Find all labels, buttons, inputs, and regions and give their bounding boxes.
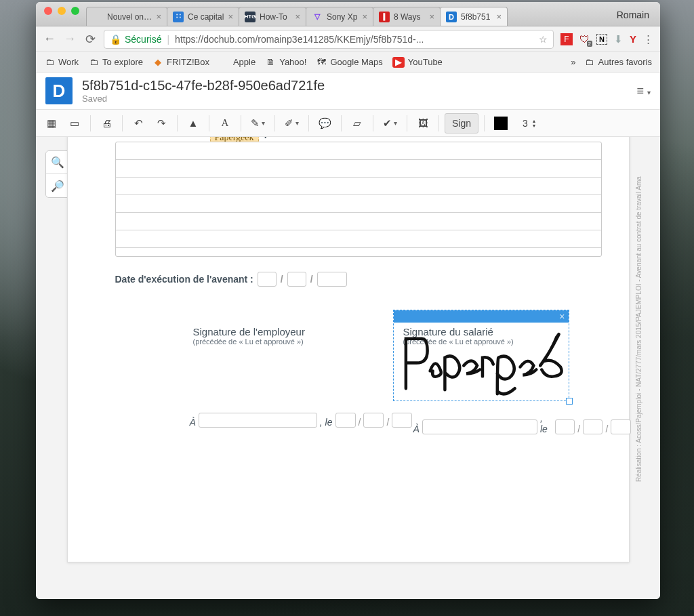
maximize-window-button[interactable] — [71, 7, 79, 15]
bookmark-apple[interactable]: Apple — [219, 57, 256, 68]
m-field[interactable] — [583, 419, 603, 434]
app-menu-button[interactable]: ≡ ▾ — [636, 84, 651, 98]
close-tab-icon[interactable]: × — [429, 12, 434, 22]
free-text-area[interactable] — [115, 142, 602, 257]
blank-tab-icon — [92, 12, 103, 22]
tab-dochub[interactable]: D 5f8b751 × — [440, 7, 508, 26]
draw-tool[interactable]: ✎ ▾ — [247, 113, 269, 134]
close-window-button[interactable] — [44, 7, 52, 15]
pdf-page[interactable]: Réalisation : Acoss/Pajemploi - NAT/2777… — [67, 137, 630, 562]
m-field[interactable] — [363, 413, 384, 428]
location-row-right: À , le / / — [413, 413, 631, 434]
signature-field-header[interactable]: × — [394, 310, 569, 323]
star-icon[interactable]: ☆ — [539, 34, 548, 45]
ublock-icon[interactable]: 🛡2 — [579, 33, 590, 45]
profile-name[interactable]: Romain — [610, 9, 660, 26]
bookmark-autres-favoris[interactable]: 🗀Autres favoris — [584, 57, 652, 68]
folder-icon: 🗀 — [584, 57, 595, 68]
date-year-field[interactable] — [317, 272, 347, 287]
download-icon[interactable]: ⬇ — [614, 33, 623, 45]
bookmark-google-maps[interactable]: 🗺Google Maps — [316, 57, 382, 68]
sign-button[interactable]: Sign — [445, 113, 478, 134]
redo-button[interactable]: ↷ — [151, 113, 171, 134]
close-tab-icon[interactable]: × — [362, 12, 367, 22]
tab-label: How-To — [260, 12, 291, 22]
bookmark-work[interactable]: 🗀Work — [44, 57, 79, 68]
close-tab-icon[interactable]: × — [228, 12, 233, 22]
bookmarks-bar: 🗀Work 🗀To explore ◆FRITZ!Box Apple 🗎Yaho… — [36, 52, 660, 73]
tab-label: 5f8b751 — [461, 12, 492, 22]
select-tool[interactable]: ▲ — [183, 113, 203, 134]
bookmark-label: FRITZ!Box — [167, 57, 209, 67]
address-bar[interactable]: 🔒 Sécurisé | https://dochub.com/romainp3… — [104, 30, 554, 49]
reload-button[interactable]: ⟳ — [83, 32, 97, 47]
signature-field-selected[interactable]: × — [393, 310, 569, 401]
side-attribution: Réalisation : Acoss/Pajemploi - NAT/2777… — [635, 170, 642, 482]
bookmark-youtube[interactable]: ▶YouTube — [392, 57, 443, 68]
undo-button[interactable]: ↶ — [128, 113, 148, 134]
image-tool[interactable]: 🖼 — [413, 113, 433, 134]
y-field[interactable] — [611, 419, 630, 434]
dochub-logo[interactable]: D — [45, 77, 73, 104]
pages-grid-button[interactable]: ▦ — [41, 113, 62, 134]
flipboard-icon[interactable]: F — [560, 33, 573, 45]
tab-sony[interactable]: ▽ Sony Xp × — [306, 7, 373, 26]
check-tool[interactable]: ✔ ▾ — [379, 113, 401, 134]
bookmark-yahoo[interactable]: 🗎Yahoo! — [265, 57, 306, 68]
fritz-icon: ◆ — [152, 57, 163, 68]
forward-button[interactable]: → — [63, 32, 77, 46]
tab-8ways[interactable]: ∥ 8 Ways × — [373, 7, 441, 26]
bookmark-label: Work — [58, 57, 79, 67]
close-tab-icon[interactable]: × — [496, 12, 502, 22]
date-label: Date d'exécution de l'avenant : — [115, 274, 253, 285]
notion-icon[interactable]: N — [596, 34, 607, 45]
bookmarks-overflow[interactable]: » — [571, 57, 575, 67]
page-icon: 🗎 — [265, 57, 276, 68]
tab-howto[interactable]: HTG How-To × — [239, 7, 306, 26]
color-picker[interactable] — [490, 113, 512, 134]
resize-handle[interactable] — [566, 398, 573, 405]
highlight-tool[interactable]: ✐ ▾ — [281, 113, 303, 134]
sign-label: Sign — [452, 118, 471, 129]
place-field-right[interactable] — [422, 419, 537, 434]
url-text: https://dochub.com/romainp3e141285/KKEmj… — [175, 34, 533, 45]
bookmark-to-explore[interactable]: 🗀To explore — [88, 57, 143, 68]
tab-strip: Nouvel onglet × ∷ Ce capital × HTG How-T… — [36, 2, 660, 26]
tab-ce-capital[interactable]: ∷ Ce capital × — [167, 7, 239, 26]
yandex-icon[interactable]: Y — [630, 33, 636, 45]
close-tab-icon[interactable]: × — [156, 12, 161, 22]
tab-label: Nouvel onglet — [107, 12, 152, 22]
window-controls — [40, 7, 86, 22]
tab-label: 8 Ways — [394, 12, 425, 22]
zoom-in-button[interactable]: 🔍 — [46, 151, 69, 174]
tab-nouvel-onglet[interactable]: Nouvel onglet × — [86, 7, 167, 26]
signature-drawing — [396, 324, 566, 399]
comment-tool[interactable]: 💬 — [314, 113, 335, 134]
place-field-left[interactable] — [199, 413, 317, 428]
back-button[interactable]: ← — [43, 32, 56, 46]
bookmark-label: Apple — [233, 57, 256, 67]
bookmark-label: Autres favoris — [598, 57, 652, 67]
y-field[interactable] — [392, 413, 412, 428]
d-field[interactable] — [335, 413, 356, 428]
bookmark-fritzbox[interactable]: ◆FRITZ!Box — [152, 57, 209, 68]
close-icon[interactable]: × — [559, 311, 565, 322]
folder-icon: 🗀 — [44, 57, 55, 68]
minimize-window-button[interactable] — [58, 7, 66, 15]
close-tab-icon[interactable]: × — [295, 12, 300, 22]
menu-icon[interactable]: ⋮ — [643, 33, 653, 45]
date-day-field[interactable] — [258, 272, 277, 287]
extension-icons: F 🛡2 N ⬇ Y ⋮ — [560, 33, 653, 45]
size-stepper[interactable]: 3 ▴▾ — [514, 113, 539, 134]
d-field[interactable] — [555, 419, 575, 434]
text-tool[interactable]: A — [215, 113, 235, 134]
loc-le: , le — [320, 417, 333, 428]
page-fit-button[interactable]: ▭ — [64, 113, 85, 134]
zoom-out-button[interactable]: 🔎 — [46, 174, 69, 197]
loc-A: À — [190, 417, 196, 428]
date-month-field[interactable] — [287, 272, 306, 287]
whiteout-tool[interactable]: ▱ — [347, 113, 367, 134]
editor-toolbar: ▦ ▭ 🖨 ↶ ↷ ▲ A ✎ ▾ ✐ ▾ 💬 ▱ ✔ ▾ 🖼 Sign 3 ▴… — [36, 110, 660, 137]
document-title[interactable]: 5f8b751d-c15c-47fe-b28f-950e6ad721fe — [82, 78, 325, 94]
print-button[interactable]: 🖨 — [96, 113, 117, 134]
